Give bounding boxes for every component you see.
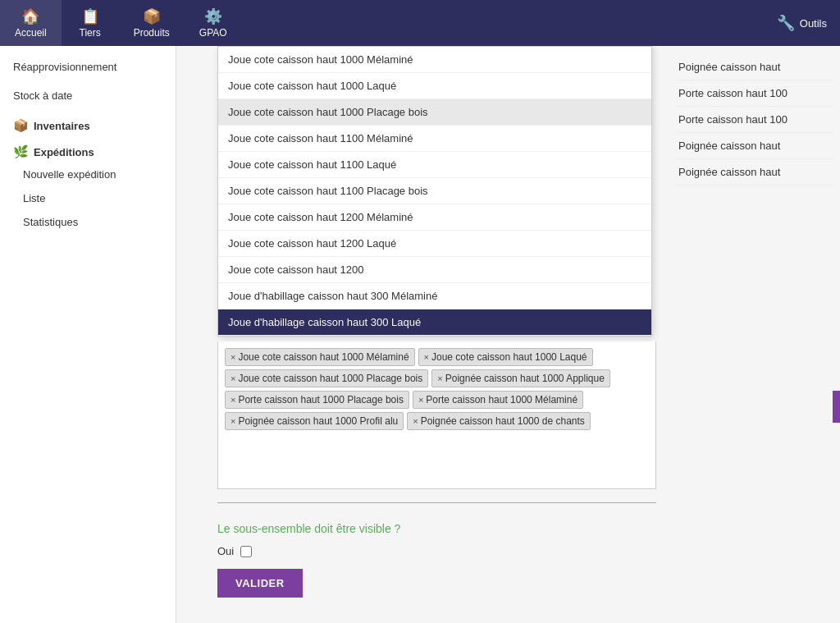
selected-tags-area: ×Joue cote caisson haut 1000 Mélaminé×Jo… [217,341,656,489]
outils-icon: 🔧 [777,14,795,32]
nav-outils-label: Outils [800,17,827,30]
sidebar-item-liste[interactable]: Liste [0,186,176,210]
tag-remove-icon[interactable]: × [231,373,235,383]
tag-remove-icon[interactable]: × [231,395,235,405]
oui-label: Oui [217,545,234,557]
enregistrer-button[interactable]: ENREGISTRER [833,391,840,423]
selected-tag: ×Joue cote caisson haut 1000 Laqué [418,348,593,366]
right-panel: Poignée caisson hautPorte caisson haut 1… [669,46,840,194]
sidebar-item-nouvelle-expedition[interactable]: Nouvelle expédition [0,163,176,186]
main-content: Joue cote caisson haut 1000 MélaminéJoue… [176,46,840,623]
right-panel-item: Poignée caisson haut [675,159,833,186]
nav-gpao[interactable]: ⚙️ GPAO [185,0,242,46]
selected-tag: ×Joue cote caisson haut 1000 Mélaminé [225,348,415,366]
tag-remove-icon[interactable]: × [231,352,235,362]
valider-button[interactable]: VALIDER [217,569,303,598]
dropdown-item[interactable]: Joue d'habillage caisson haut 300 Mélami… [218,283,651,309]
dropdown-item[interactable]: Joue cote caisson haut 1100 Laqué [218,152,651,178]
nav-produits-label: Produits [134,27,170,39]
dropdown-item[interactable]: Joue cote caisson haut 1000 Placage bois [218,99,651,126]
tag-remove-icon[interactable]: × [424,352,429,362]
tag-remove-icon[interactable]: × [413,416,418,426]
selected-tag: ×Porte caisson haut 1000 Mélaminé [413,391,583,409]
sidebar-item-stock-a-date[interactable]: Stock à date [0,81,176,110]
dropdown-item[interactable]: Joue cote caisson haut 1000 Mélaminé [218,47,651,73]
dropdown-item[interactable]: Joue cote caisson haut 1100 Mélaminé [218,126,651,152]
dropdown-item[interactable]: Joue d'habillage caisson haut 300 Laqué [218,309,651,336]
selected-tag: ×Joue cote caisson haut 1000 Placage boi… [225,369,428,387]
dropdown-list[interactable]: Joue cote caisson haut 1000 MélaminéJoue… [218,47,651,336]
sous-ensemble-label: Le sous-ensemble doit être visible ? [217,522,400,535]
selected-tag: ×Poignée caisson haut 1000 Profil alu [225,412,404,430]
expeditions-icon: 🌿 [13,144,29,159]
dropdown-item[interactable]: Joue cote caisson haut 1200 Mélaminé [218,204,651,231]
dropdown-container: Joue cote caisson haut 1000 MélaminéJoue… [217,46,652,337]
dropdown-item[interactable]: Joue cote caisson haut 1100 Placage bois [218,178,651,204]
nav-produits[interactable]: 📦 Produits [119,0,185,46]
main-layout: Réapprovisionnement Stock à date 📦 Inven… [0,46,840,623]
separator-line [217,502,656,503]
dropdown-item[interactable]: Joue cote caisson haut 1000 Laqué [218,73,651,99]
right-panel-item: Poignée caisson haut [675,133,833,159]
nav-accueil[interactable]: 🏠 Accueil [0,0,62,46]
sidebar-section-expeditions[interactable]: 🌿 Expéditions [0,136,176,163]
selected-tag: ×Poignée caisson haut 1000 de chants [407,412,591,430]
produits-icon: 📦 [143,7,161,25]
sous-ensemble-section: Le sous-ensemble doit être visible ? Oui… [217,522,400,598]
right-panel-item: Poignée caisson haut [675,54,833,80]
nav-accueil-label: Accueil [15,27,47,39]
tiers-icon: 📋 [81,7,99,25]
tag-remove-icon[interactable]: × [437,373,442,383]
right-panel-item: Porte caisson haut 100 [675,107,833,133]
sidebar-item-reapprovisionnement[interactable]: Réapprovisionnement [0,53,176,81]
dropdown-item[interactable]: Joue cote caisson haut 1200 [218,257,651,283]
inventaires-icon: 📦 [13,118,29,133]
tag-remove-icon[interactable]: × [231,416,235,426]
right-panel-item: Porte caisson haut 100 [675,80,833,107]
oui-checkbox[interactable] [240,546,252,557]
selected-tag: ×Poignée caisson haut 1000 Applique [431,369,610,387]
sidebar-section-inventaires[interactable]: 📦 Inventaires [0,110,176,136]
nav-tiers[interactable]: 📋 Tiers [62,0,119,46]
accueil-icon: 🏠 [21,7,39,25]
selected-tag: ×Porte caisson haut 1000 Placage bois [225,391,409,409]
tag-remove-icon[interactable]: × [418,395,423,405]
gpao-icon: ⚙️ [204,7,222,25]
nav-outils[interactable]: 🔧 Outils [764,0,840,46]
nav-tiers-label: Tiers [80,27,101,39]
nav-gpao-label: GPAO [199,27,227,39]
top-navigation: 🏠 Accueil 📋 Tiers 📦 Produits ⚙️ GPAO 🔧 O… [0,0,840,46]
sidebar-item-statistiques[interactable]: Statistiques [0,210,176,234]
dropdown-item[interactable]: Joue cote caisson haut 1200 Laqué [218,231,651,257]
oui-row: Oui [217,545,400,557]
sidebar: Réapprovisionnement Stock à date 📦 Inven… [0,46,176,623]
